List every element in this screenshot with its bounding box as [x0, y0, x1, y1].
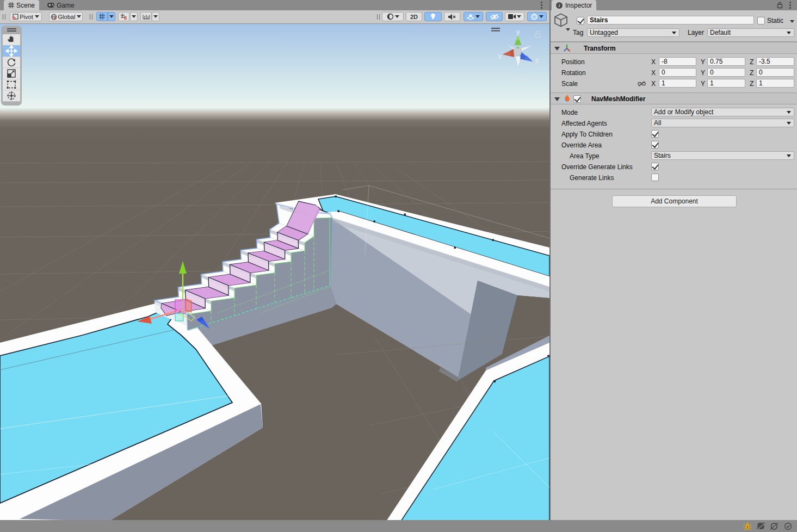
svg-text:5: 5 [124, 15, 127, 20]
svg-text:!: ! [747, 525, 749, 530]
svg-text:z: z [535, 56, 539, 64]
svg-text:x: x [498, 52, 502, 60]
svg-text:˂ Persp: ˂ Persp [507, 76, 530, 84]
svg-text:y: y [516, 28, 520, 36]
